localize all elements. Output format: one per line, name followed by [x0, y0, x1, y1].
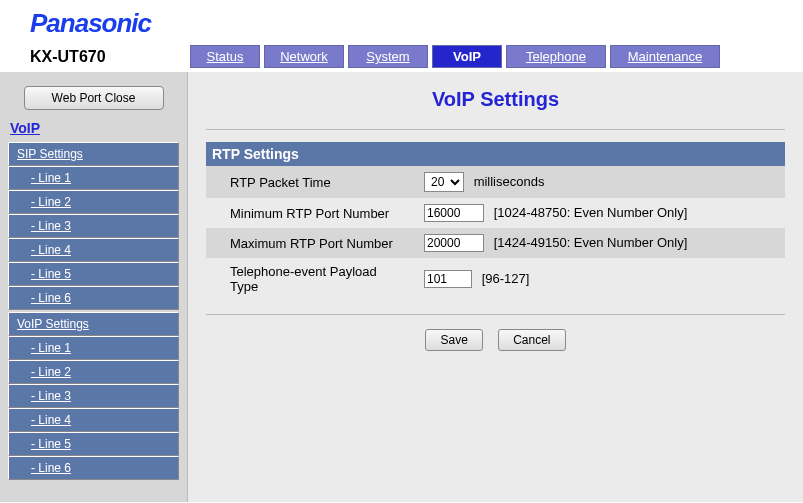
row-payload-type: Telephone-event Payload Type [96-127]	[206, 258, 785, 300]
cell-rtp-packet-time: 20 milliseconds	[416, 166, 785, 198]
body: Web Port Close VoIP SIP Settings - Line …	[0, 72, 803, 502]
tab-voip[interactable]: VoIP	[432, 45, 502, 68]
min-rtp-port-hint: [1024-48750: Even Number Only]	[494, 205, 688, 220]
save-button[interactable]: Save	[425, 329, 482, 351]
page-title: VoIP Settings	[206, 88, 785, 111]
row-rtp-packet-time: RTP Packet Time 20 milliseconds	[206, 166, 785, 198]
cancel-button[interactable]: Cancel	[498, 329, 565, 351]
label-max-rtp-port: Maximum RTP Port Number	[206, 228, 416, 258]
divider	[206, 129, 785, 130]
top-tabs: Status Network System VoIP Telephone Mai…	[190, 45, 720, 68]
tab-maintenance[interactable]: Maintenance	[610, 45, 720, 68]
sidebar-item-voip-line2[interactable]: - Line 2	[8, 360, 179, 384]
divider-bottom	[206, 314, 785, 315]
label-min-rtp-port: Minimum RTP Port Number	[206, 198, 416, 228]
sidebar-item-sip-line4[interactable]: - Line 4	[8, 238, 179, 262]
header: Panasonic	[0, 0, 803, 39]
min-rtp-port-input[interactable]	[424, 204, 484, 222]
sidebar-item-voip-line3[interactable]: - Line 3	[8, 384, 179, 408]
brand-logo: Panasonic	[30, 8, 803, 39]
model-label: KX-UT670	[0, 48, 190, 66]
payload-type-hint: [96-127]	[482, 271, 530, 286]
sidebar-title[interactable]: VoIP	[10, 120, 179, 136]
cell-payload-type: [96-127]	[416, 258, 785, 300]
sidebar-item-voip-line5[interactable]: - Line 5	[8, 432, 179, 456]
section-head-rtp: RTP Settings	[206, 142, 785, 166]
sidebar-item-sip-line2[interactable]: - Line 2	[8, 190, 179, 214]
label-rtp-packet-time: RTP Packet Time	[206, 166, 416, 198]
settings-table: RTP Packet Time 20 milliseconds Minimum …	[206, 166, 785, 300]
sidebar-item-sip-line3[interactable]: - Line 3	[8, 214, 179, 238]
sidebar-group-voip-settings[interactable]: VoIP Settings	[8, 312, 179, 336]
page-root: Panasonic KX-UT670 Status Network System…	[0, 0, 803, 503]
tab-system[interactable]: System	[348, 45, 428, 68]
tab-network[interactable]: Network	[264, 45, 344, 68]
sidebar-item-sip-line1[interactable]: - Line 1	[8, 166, 179, 190]
sidebar-item-voip-line1[interactable]: - Line 1	[8, 336, 179, 360]
cell-min-rtp-port: [1024-48750: Even Number Only]	[416, 198, 785, 228]
model-tab-row: KX-UT670 Status Network System VoIP Tele…	[0, 45, 803, 68]
sidebar-item-sip-line5[interactable]: - Line 5	[8, 262, 179, 286]
sidebar-group-sip-settings[interactable]: SIP Settings	[8, 142, 179, 166]
row-max-rtp-port: Maximum RTP Port Number [1424-49150: Eve…	[206, 228, 785, 258]
rtp-packet-time-unit: milliseconds	[474, 174, 545, 189]
tab-status[interactable]: Status	[190, 45, 260, 68]
sidebar-item-voip-line4[interactable]: - Line 4	[8, 408, 179, 432]
button-row: Save Cancel	[206, 329, 785, 351]
main-panel: VoIP Settings RTP Settings RTP Packet Ti…	[188, 72, 803, 502]
web-port-close-button[interactable]: Web Port Close	[24, 86, 164, 110]
sidebar: Web Port Close VoIP SIP Settings - Line …	[0, 72, 188, 502]
label-payload-type: Telephone-event Payload Type	[206, 258, 416, 300]
rtp-packet-time-select[interactable]: 20	[424, 172, 464, 192]
row-min-rtp-port: Minimum RTP Port Number [1024-48750: Eve…	[206, 198, 785, 228]
sidebar-item-sip-line6[interactable]: - Line 6	[8, 286, 179, 310]
tab-telephone[interactable]: Telephone	[506, 45, 606, 68]
payload-type-input[interactable]	[424, 270, 472, 288]
max-rtp-port-input[interactable]	[424, 234, 484, 252]
max-rtp-port-hint: [1424-49150: Even Number Only]	[494, 235, 688, 250]
cell-max-rtp-port: [1424-49150: Even Number Only]	[416, 228, 785, 258]
sidebar-item-voip-line6[interactable]: - Line 6	[8, 456, 179, 480]
